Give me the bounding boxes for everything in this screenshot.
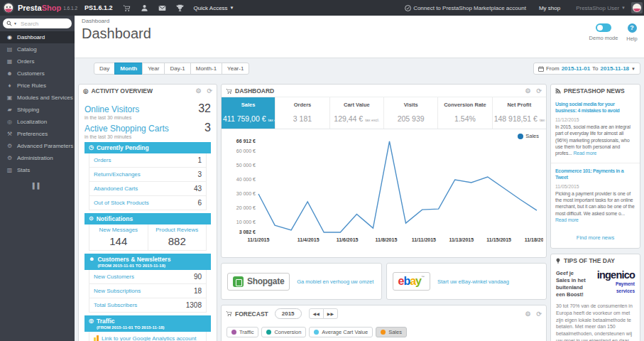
chevron-down-icon: ▼ [621,6,626,10]
find-more-news-link[interactable]: Find more news [551,229,640,248]
sidebar-item-advanced-parameters[interactable]: ⚙Advanced Parameters [0,140,75,152]
date-from-label: From [546,65,560,72]
range-button-month[interactable]: Month [114,63,143,75]
activity-row-value: 43 [194,185,202,193]
sidebar-item-modules-and-services[interactable]: ▣Modules and Services [0,92,75,104]
date-range-picker[interactable]: From 2015-11-01 To 2015-11-18 ▼ [533,63,640,75]
kpi-tile-net-profit[interactable]: Net Profit148 918,51 € tax excl. [492,97,546,129]
forecast-legend-average-cart-value[interactable]: Average Cart Value [309,327,373,337]
next-year-button[interactable]: ▶▶ [323,308,338,319]
sidebar-item-label: Price Rules [17,82,46,89]
traffic-subtitle: (FROM 2015-11-01 TO 2015-11-18) [97,325,165,330]
search-input[interactable] [21,21,63,27]
activity-row-label[interactable]: Return/Exchanges [94,171,141,178]
forecast-legend-conversion[interactable]: Conversion [261,327,306,337]
wrench-icon: ⚒ [6,131,13,137]
activity-row-label[interactable]: Total Subscribers [94,302,137,308]
user-menu[interactable]: PrestaShop User▼ [576,5,626,11]
chevron-down-icon: ▼ [230,6,234,10]
refresh-icon[interactable]: ⟳ [207,87,212,94]
shopgate-logo[interactable]: Shopgate [227,273,290,291]
cogs-icon: ⚙ [6,143,13,149]
activity-row-label[interactable]: Orders [94,157,111,163]
demo-mode-label: Demo mode [587,35,620,41]
gear-icon[interactable]: ⚙ [525,310,530,318]
marketplace-link[interactable]: Connect to PrestaShop Marketplace accoun… [405,5,526,11]
range-button-day-1[interactable]: Day-1 [164,63,190,75]
range-button-year[interactable]: Year [142,63,165,75]
activity-row-label[interactable]: Abandoned Carts [94,185,138,192]
sales-chart[interactable]: 66 912 €60 000 €50 000 €40 000 €30 000 €… [224,130,543,255]
activity-row-value: 6 [197,199,202,207]
kpi-tile-visits[interactable]: Visits205 939 [383,97,437,129]
dashboard-panel: DASHBOARD ⚙ ⟳ Sales411 759,00 € tax excl… [221,84,547,258]
demo-mode-toggle[interactable] [596,23,611,32]
help-icon[interactable]: ? [628,23,637,33]
read-more-link[interactable]: Read more [555,217,579,222]
range-button-year-1[interactable]: Year-1 [222,63,249,75]
active-carts-value: 3 [204,121,211,134]
activity-row-value: 1308 [186,301,202,309]
activity-row-label[interactable]: New Subscriptions [94,288,141,294]
google-analytics-link[interactable]: Link to your Google Analytics account [89,332,207,341]
y-axis-tick: 10 000 € [224,220,256,224]
news-article-title[interactable]: Using social media for your business: 4 … [555,101,636,114]
employee-icon[interactable] [141,4,148,12]
messages-icon[interactable] [158,4,166,12]
previous-year-button[interactable]: ◀◀ [309,308,324,319]
sidebar-search[interactable]: ▼ [3,18,72,28]
online-visitors-link[interactable]: Online Visitors [84,104,139,114]
activity-row-label[interactable]: New Customers [94,274,134,280]
active-carts-link[interactable]: Active Shopping Carts [84,124,169,134]
notification-value: 144 [91,235,146,247]
activity-row-orders: Orders1 [89,153,206,168]
sidebar-item-label: Shipping [17,107,39,113]
gear-icon[interactable]: ⚙ [525,87,530,94]
ebay-link[interactable]: Start uw eBay-winkel vandaag [437,278,509,285]
sidebar-item-localization[interactable]: ◎Localization [0,116,75,128]
cart-icon[interactable] [123,4,131,12]
activity-row-label[interactable]: Out of Stock Products [94,200,149,206]
brand-name[interactable]: PrestaShop [18,4,61,12]
forecast-legend-traffic[interactable]: Traffic [227,327,258,337]
my-shop-link[interactable]: My shop [539,5,560,11]
quick-access-menu[interactable]: Quick Access▼ [194,5,234,11]
avatar[interactable] [631,2,643,13]
refresh-icon[interactable]: ⟳ [536,87,542,94]
kpi-tile-conversion-rate[interactable]: Conversion Rate1.54% [437,97,491,129]
notification-label[interactable]: Product Reviews [150,227,205,233]
kpi-value: 411 759,00 € tax excl. [223,114,273,123]
sidebar-item-shipping[interactable]: ▰Shipping [0,104,75,116]
forecast-legend-sales[interactable]: Sales [376,327,407,337]
sidebar-item-stats[interactable]: ▥Stats [0,164,75,176]
notification-label[interactable]: New Messages [91,227,146,233]
book-icon: ▤ [6,46,13,53]
sidebar-item-label: Preferences [17,131,48,137]
chart-legend[interactable]: Sales [518,133,539,139]
kpi-tile-orders[interactable]: Orders3 181 [275,97,329,129]
kpi-tile-cart-value[interactable]: Cart Value129,44 € tax excl. [329,97,383,129]
news-article-title[interactable]: Ecommerce 101: Payments in a Tweet [555,168,636,181]
sidebar-item-dashboard[interactable]: ◉Dashboard [0,31,75,43]
range-button-month-1[interactable]: Month-1 [190,63,222,75]
badges-icon[interactable] [176,4,184,12]
forecast-year[interactable]: 2015 [275,308,302,319]
ebay-logo[interactable]: ebay™ [393,272,431,291]
sidebar-item-catalog[interactable]: ▤Catalog [0,43,75,55]
range-button-day[interactable]: Day [94,63,115,75]
sidebar-item-orders[interactable]: ▦Orders [0,55,75,67]
sales-line-series [224,130,543,255]
read-more-link[interactable]: Read more [573,151,596,156]
shopgate-link[interactable]: Ga mobiel en verhoog uw omzet [297,278,373,285]
refresh-icon[interactable]: ⟳ [536,310,542,318]
sidebar-item-administration[interactable]: ⚙Administration [0,152,75,164]
customers-subtitle: (FROM 2015-11-01 TO 2015-11-18) [97,264,170,268]
sidebar-collapse-button[interactable]: ▌▌ [0,183,75,189]
prestashop-logo-icon[interactable] [3,2,14,13]
sidebar-item-preferences[interactable]: ⚒Preferences [0,128,75,140]
gear-icon[interactable]: ⚙ [195,87,201,94]
kpi-tile-sales[interactable]: Sales411 759,00 € tax excl. [222,97,275,129]
sidebar-item-customers[interactable]: ☻Customers [0,67,75,80]
sidebar-item-price-rules[interactable]: ♦Price Rules [0,80,75,92]
news-article-body: Picking a payment provider is one of the… [555,190,636,224]
